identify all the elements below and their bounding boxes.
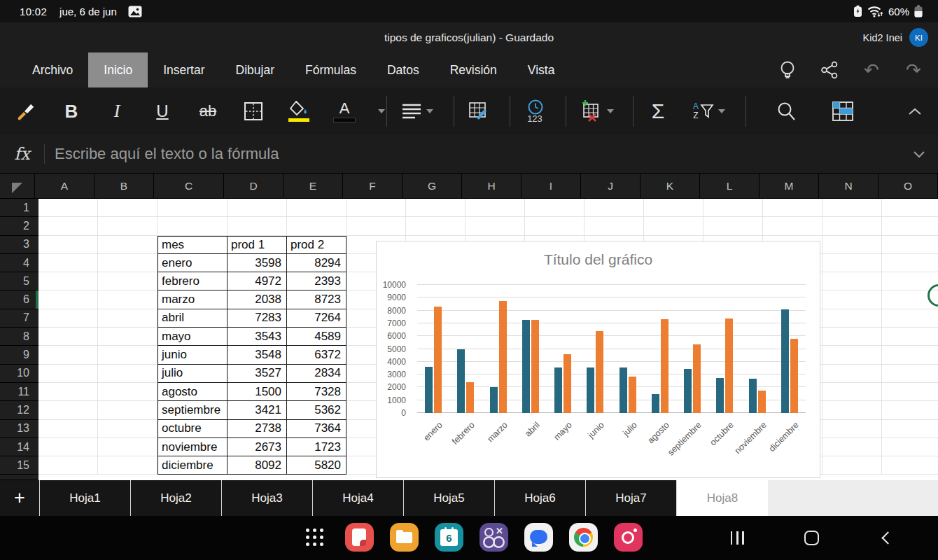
grid-cell-A14[interactable] [38, 438, 98, 456]
sheet-tab-hoja6[interactable]: Hoja6 [495, 480, 586, 516]
grid-cell-C14[interactable]: noviembre [158, 438, 227, 456]
grid-cell-N15[interactable] [822, 456, 882, 475]
app-drawer-icon[interactable] [300, 523, 329, 552]
column-header-F[interactable]: F [343, 174, 402, 199]
row-header-3[interactable]: 3 [0, 236, 38, 254]
column-header-B[interactable]: B [94, 174, 154, 199]
grid-cell-K1[interactable] [644, 199, 704, 217]
insert-delete-cells-button[interactable] [575, 93, 618, 130]
grid-cell-C10[interactable]: julio [158, 365, 227, 383]
sheet-tab-hoja2[interactable]: Hoja2 [131, 480, 222, 516]
grid-cell-E9[interactable]: 6372 [287, 346, 346, 364]
row-header-12[interactable]: 12 [0, 401, 38, 419]
notes-app-icon[interactable] [345, 523, 374, 552]
grid-cell-C5[interactable]: febrero [158, 272, 227, 290]
column-header-K[interactable]: K [640, 174, 700, 199]
grid-cell-O7[interactable] [882, 309, 938, 328]
grid-cell-C13[interactable]: octubre [158, 420, 227, 438]
sheet-tab-hoja7[interactable]: Hoja7 [586, 480, 677, 516]
grid-cell-D13[interactable]: 2738 [227, 420, 287, 438]
grid-cell-O15[interactable] [882, 456, 938, 475]
bar-prod-1-julio[interactable] [620, 368, 627, 413]
grid-cell-F1[interactable] [346, 199, 406, 217]
sheet-tab-hoja1[interactable]: Hoja1 [40, 480, 131, 516]
bar-prod-2-marzo[interactable] [499, 301, 507, 413]
messages-app-icon[interactable] [524, 523, 553, 552]
column-header-I[interactable]: I [522, 174, 581, 199]
bar-prod-2-enero[interactable] [434, 307, 442, 413]
column-header-E[interactable]: E [284, 174, 343, 199]
calendar-app-icon[interactable]: 6 [435, 523, 463, 552]
ribbon-tab-fórmulas[interactable]: Fórmulas [290, 52, 372, 88]
grid-cell-I1[interactable] [525, 199, 584, 217]
grid-cell-A8[interactable] [38, 328, 98, 346]
grid-cell-D9[interactable]: 3548 [227, 346, 287, 364]
lightbulb-icon[interactable] [776, 58, 799, 82]
bar-prod-2-julio[interactable] [629, 377, 636, 413]
bar-prod-1-marzo[interactable] [490, 387, 498, 413]
grid-cell-N1[interactable] [822, 199, 882, 217]
sort-filter-button[interactable]: AZ [687, 93, 731, 130]
grid-cell-C2[interactable] [158, 217, 227, 235]
grid-cell-O3[interactable] [882, 236, 938, 254]
grid-cell-N5[interactable] [822, 272, 882, 290]
grid-cell-B2[interactable] [98, 217, 158, 235]
grid-cell-J2[interactable] [584, 217, 644, 235]
grid-cell-L2[interactable] [704, 217, 763, 235]
bar-prod-1-mayo[interactable] [554, 368, 562, 413]
strikethrough-button[interactable]: ab [192, 93, 224, 130]
bar-prod-1-agosto[interactable] [652, 394, 659, 413]
grid-cell-N11[interactable] [822, 383, 882, 401]
row-header-15[interactable]: 15 [0, 456, 38, 475]
ribbon-tab-dibujar[interactable]: Dibujar [220, 52, 290, 88]
grid-cell-E11[interactable]: 7328 [287, 383, 346, 401]
collapse-ribbon-button[interactable] [899, 93, 931, 130]
grid-cell-O4[interactable] [882, 254, 938, 272]
bar-prod-1-junio[interactable] [587, 368, 594, 413]
grid-cell-B8[interactable] [98, 328, 158, 346]
grid-cell-C11[interactable]: agosto [158, 383, 227, 401]
row-header-14[interactable]: 14 [0, 438, 38, 456]
sheet-tab-hoja8[interactable]: Hoja8 [677, 480, 768, 516]
grid-cell-N13[interactable] [822, 420, 882, 438]
grid-cell-I2[interactable] [525, 217, 584, 235]
my-files-app-icon[interactable] [390, 523, 419, 552]
grid-cell-A5[interactable] [38, 272, 98, 290]
bar-prod-1-octubre[interactable] [716, 378, 724, 413]
grid-cell-N14[interactable] [822, 438, 882, 456]
grid-cell-E10[interactable]: 2834 [287, 365, 346, 383]
bar-prod-2-junio[interactable] [596, 331, 603, 413]
ribbon-tab-revisión[interactable]: Revisión [435, 52, 512, 88]
row-header-7[interactable]: 7 [0, 309, 38, 328]
back-icon[interactable] [881, 531, 894, 544]
borders-button[interactable] [237, 93, 270, 130]
font-color-dropdown-caret[interactable] [378, 109, 385, 113]
column-header-M[interactable]: M [760, 174, 819, 199]
bar-prod-2-noviembre[interactable] [758, 391, 766, 413]
grid-cell-E2[interactable] [287, 217, 346, 235]
grid-cell-O9[interactable] [882, 346, 938, 364]
recents-icon[interactable] [731, 531, 744, 545]
grid-cell-O13[interactable] [882, 420, 938, 438]
grid-cell-N2[interactable] [822, 217, 882, 235]
grid-cell-E3[interactable]: prod 2 [287, 236, 346, 254]
grid-cell-E1[interactable] [287, 199, 346, 217]
row-header-4[interactable]: 4 [0, 254, 38, 272]
embedded-bar-chart[interactable]: Título del gráfico 010002000300040005000… [376, 241, 820, 478]
row-header-6[interactable]: 6 [0, 290, 38, 309]
grid-cell-C8[interactable]: mayo [158, 328, 227, 346]
grid-cell-G2[interactable] [406, 217, 465, 235]
font-color-button[interactable]: A [328, 93, 360, 130]
ribbon-tab-insertar[interactable]: Insertar [148, 52, 220, 88]
grid-cell-D6[interactable]: 2038 [227, 290, 287, 309]
bar-prod-2-abril[interactable] [531, 320, 539, 413]
row-header-13[interactable]: 13 [0, 420, 38, 438]
grid-cell-A2[interactable] [38, 217, 98, 235]
grid-cell-N7[interactable] [822, 309, 882, 328]
grid-cell-N10[interactable] [822, 365, 882, 383]
grid-cell-O8[interactable] [882, 328, 938, 346]
grid-cell-E12[interactable]: 5362 [287, 401, 346, 419]
row-header-9[interactable]: 9 [0, 346, 38, 364]
grid-cell-K2[interactable] [644, 217, 704, 235]
grid-cell-M1[interactable] [763, 199, 822, 217]
